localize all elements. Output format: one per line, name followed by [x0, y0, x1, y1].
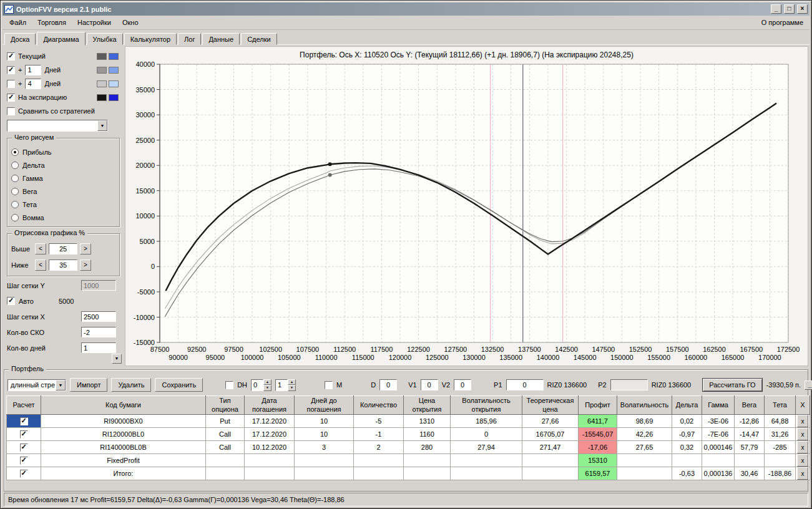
radio-icon[interactable]: [11, 175, 19, 182]
column-header[interactable]: Дельта: [672, 396, 702, 415]
column-header[interactable]: Х: [796, 396, 810, 415]
dh-spinner-2-value[interactable]: [275, 379, 288, 391]
delete-row-button[interactable]: х: [797, 441, 808, 453]
sko-field[interactable]: [81, 327, 116, 337]
spin-up-icon[interactable]: ▲: [288, 379, 296, 385]
column-header[interactable]: Цена открытия: [404, 396, 451, 415]
close-button[interactable]: ×: [797, 4, 808, 14]
d-field[interactable]: [379, 379, 397, 390]
table-row[interactable]: RI90000BX0Put17.12.202010-51310185,9627,…: [7, 415, 810, 428]
menu-Торговля[interactable]: Торговля: [32, 16, 72, 29]
p1-field[interactable]: [506, 379, 544, 390]
draw-option-Вега[interactable]: Вега: [11, 185, 115, 198]
spin-down-icon[interactable]: ▼: [288, 385, 296, 391]
row-calc-cell[interactable]: [7, 428, 41, 441]
draw-option-Прибыль[interactable]: Прибыль: [11, 145, 115, 158]
spin-up-icon[interactable]: ▲: [263, 379, 271, 385]
chevron-down-icon[interactable]: ▼: [97, 120, 107, 131]
tab-Сделки[interactable]: Сделки: [241, 33, 277, 45]
dh-checkbox[interactable]: [225, 381, 233, 389]
plus1-days-field[interactable]: [25, 65, 41, 75]
chevron-down-icon[interactable]: ▼: [56, 380, 66, 390]
v2-field[interactable]: [454, 379, 471, 390]
below-percent-field[interactable]: [49, 259, 77, 271]
column-header[interactable]: Волатильность: [617, 396, 672, 415]
column-header[interactable]: Гамма: [702, 396, 735, 415]
delete-button[interactable]: Удалить: [111, 378, 151, 392]
current-checkbox[interactable]: [7, 52, 15, 61]
restore-button[interactable]: □: [784, 4, 795, 14]
plus4-days-field[interactable]: [25, 79, 41, 89]
import-button[interactable]: Импорт: [70, 378, 107, 392]
delete-row-button[interactable]: х: [797, 415, 808, 427]
menu-Настройки[interactable]: Настройки: [72, 16, 117, 29]
plus4-checkbox[interactable]: [7, 80, 15, 88]
expiration-color-swatch-2[interactable]: [109, 94, 119, 101]
radio-icon[interactable]: [11, 162, 19, 169]
draw-option-Дельта[interactable]: Дельта: [11, 158, 115, 172]
p2-field[interactable]: [610, 379, 648, 390]
column-header[interactable]: Вега: [735, 396, 765, 415]
spin-down-icon[interactable]: ▼: [263, 385, 271, 391]
titlebar[interactable]: OptionFVV версия 2.1 public _ □ ×: [2, 2, 810, 16]
column-header[interactable]: Дней до погашения: [295, 396, 354, 415]
row-calc-cell[interactable]: [7, 454, 41, 467]
grid-y-field[interactable]: [81, 280, 116, 291]
grid-x-field[interactable]: [81, 311, 116, 322]
row-calc-checkbox[interactable]: [20, 470, 28, 478]
column-header[interactable]: Расчет: [7, 396, 41, 415]
collapse-panel-button[interactable]: _: [805, 381, 812, 390]
strategy-dropdown[interactable]: длинный стре ▼: [7, 379, 66, 391]
column-header[interactable]: Профит: [579, 396, 617, 415]
column-header[interactable]: Волатильность открытия: [451, 396, 522, 415]
tab-Лог[interactable]: Лог: [178, 33, 201, 45]
save-button[interactable]: Сохранить: [155, 378, 203, 392]
menu-Окно[interactable]: Окно: [117, 16, 144, 29]
tab-Калькулятор[interactable]: Калькулятор: [124, 33, 177, 45]
tab-Диаграмма[interactable]: Диаграмма: [37, 32, 85, 46]
row-calc-cell[interactable]: [7, 467, 41, 480]
plus1-checkbox[interactable]: [7, 66, 15, 74]
panel-scroll-down-button[interactable]: ▼: [112, 354, 122, 364]
row-calc-checkbox[interactable]: [20, 430, 28, 439]
plus4-color-swatch-1[interactable]: [97, 80, 107, 87]
radio-icon[interactable]: [11, 188, 19, 195]
profit-chart[interactable]: -15000-10000-500005000100001500020000250…: [125, 59, 808, 366]
draw-option-Тета[interactable]: Тета: [11, 198, 115, 211]
delete-row-button[interactable]: х: [797, 428, 808, 440]
column-header[interactable]: Тета: [765, 396, 796, 415]
table-row[interactable]: RI140000BL0BCall10.12.20203228027,94271,…: [7, 441, 810, 454]
below-increase-button[interactable]: >: [80, 259, 91, 271]
row-calc-checkbox[interactable]: [20, 417, 28, 425]
table-row[interactable]: FixedProfit15310х: [7, 454, 810, 467]
v1-field[interactable]: [421, 379, 438, 390]
row-calc-cell[interactable]: [7, 441, 41, 454]
draw-option-Вомма[interactable]: Вомма: [11, 211, 115, 224]
plus4-color-swatch-2[interactable]: [109, 80, 119, 87]
above-decrease-button[interactable]: <: [35, 243, 46, 254]
minimize-button[interactable]: _: [771, 4, 781, 14]
m-checkbox[interactable]: [325, 381, 333, 389]
strategy-compare-dropdown[interactable]: ▼: [7, 120, 108, 132]
above-percent-field[interactable]: [49, 243, 77, 254]
column-header[interactable]: Теоретическая цена: [522, 396, 579, 415]
table-row[interactable]: Итого:6159,57-0,630,00013630,46-188,86х: [7, 467, 810, 480]
row-calc-checkbox[interactable]: [20, 444, 28, 452]
row-calc-cell[interactable]: [7, 415, 41, 428]
column-header[interactable]: Код бумаги: [41, 396, 206, 415]
expiration-color-swatch-1[interactable]: [97, 94, 107, 101]
tab-Доска[interactable]: Доска: [4, 33, 36, 45]
column-header[interactable]: Дата погашения: [245, 396, 295, 415]
tab-Данные[interactable]: Данные: [202, 33, 240, 45]
radio-icon[interactable]: [11, 148, 19, 156]
delete-row-button[interactable]: х: [797, 454, 808, 467]
current-color-swatch-2[interactable]: [109, 53, 119, 60]
menu-about[interactable]: О программе: [756, 16, 808, 29]
days-count-field[interactable]: [81, 342, 116, 353]
delete-row-button[interactable]: х: [797, 467, 808, 480]
table-row[interactable]: RI120000BL0Call17.12.202010-11160016705,…: [7, 428, 810, 441]
tab-Улыбка[interactable]: Улыбка: [87, 33, 123, 45]
draw-option-Гамма[interactable]: Гамма: [11, 172, 115, 185]
calc-go-button[interactable]: Рассчитать ГО: [702, 378, 762, 392]
radio-icon[interactable]: [11, 214, 19, 221]
